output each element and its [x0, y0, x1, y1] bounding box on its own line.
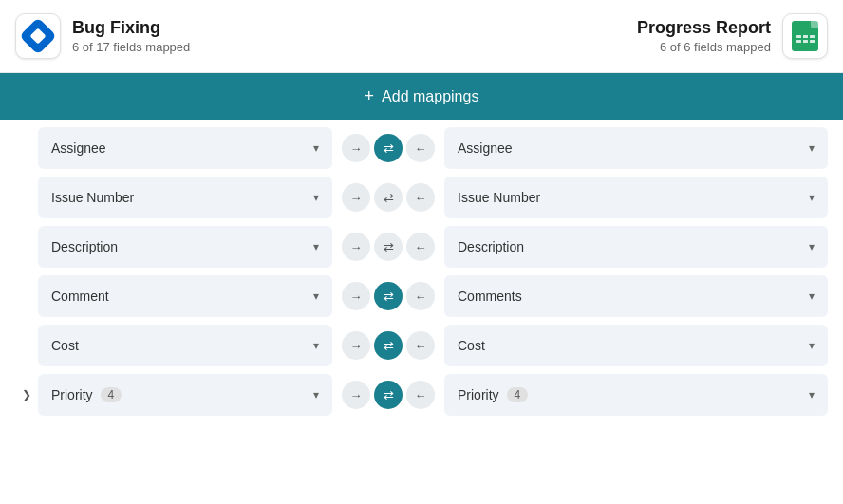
mapping-row: Description▾→⇄←Description▾ [15, 226, 828, 268]
left-field-select[interactable]: Issue Number▾ [38, 177, 332, 218]
arrow-controls: →⇄← [332, 381, 444, 409]
right-field-select[interactable]: Priority4▾ [444, 374, 828, 416]
arrow-right-button[interactable]: ← [406, 233, 435, 261]
arrow-right-button[interactable]: ← [406, 134, 435, 162]
arrow-controls: →⇄← [332, 282, 444, 310]
destination-app-icon [782, 13, 828, 59]
add-mappings-button[interactable]: + Add mappings [365, 86, 479, 106]
arrow-both-button[interactable]: ⇄ [374, 183, 403, 212]
chevron-down-icon: ▾ [313, 339, 319, 352]
left-field-select[interactable]: Comment▾ [38, 275, 332, 317]
arrow-both-button[interactable]: ⇄ [374, 381, 403, 409]
arrow-both-button[interactable]: ⇄ [374, 282, 403, 310]
arrow-controls: →⇄← [332, 233, 444, 261]
chevron-down-icon: ▾ [313, 388, 319, 401]
mapping-row: ❯Priority4▾→⇄←Priority4▾ [15, 374, 828, 416]
arrow-both-button[interactable]: ⇄ [374, 233, 403, 261]
right-field-label: Comments [458, 289, 522, 304]
source-subtitle: 6 of 17 fields mapped [72, 40, 190, 54]
plus-icon: + [365, 86, 375, 106]
source-info: Bug Fixing 6 of 17 fields mapped [72, 18, 190, 54]
add-mappings-bar: + Add mappings [0, 73, 843, 120]
right-field-label: Cost [458, 338, 485, 353]
left-field-select[interactable]: Cost▾ [38, 325, 332, 366]
right-field-label: Issue Number [458, 190, 540, 205]
jira-logo [19, 17, 57, 55]
left-field-label: Description [51, 239, 118, 254]
right-field-label: Priority4 [458, 387, 528, 402]
right-field-label: Assignee [458, 140, 513, 156]
chevron-down-icon: ▾ [809, 191, 815, 204]
arrow-right-button[interactable]: ← [406, 331, 435, 360]
header-left: Bug Fixing 6 of 17 fields mapped [15, 13, 190, 59]
field-badge: 4 [101, 387, 122, 402]
arrow-right-button[interactable]: ← [406, 183, 435, 212]
field-badge: 4 [507, 387, 529, 402]
left-field-select[interactable]: Description▾ [38, 226, 332, 268]
right-field-select[interactable]: Cost▾ [444, 325, 828, 366]
header: Bug Fixing 6 of 17 fields mapped Progres… [0, 0, 843, 73]
left-field-label: Issue Number [51, 190, 134, 205]
source-title: Bug Fixing [72, 18, 190, 38]
chevron-down-icon: ▾ [313, 141, 319, 155]
chevron-down-icon: ▾ [313, 289, 319, 303]
chevron-down-icon: ▾ [809, 339, 815, 352]
right-field-select[interactable]: Assignee▾ [444, 127, 828, 169]
arrow-left-button[interactable]: → [342, 381, 370, 409]
right-field-select[interactable]: Description▾ [444, 226, 828, 268]
destination-subtitle: 6 of 6 fields mapped [637, 40, 771, 54]
sheets-cell [796, 35, 801, 38]
sheets-cell [810, 40, 815, 43]
mapping-row: Comment▾→⇄←Comments▾ [15, 275, 828, 317]
arrow-left-button[interactable]: → [342, 282, 370, 310]
destination-info: Progress Report 6 of 6 fields mapped [637, 18, 771, 54]
header-right: Progress Report 6 of 6 fields mapped [637, 13, 828, 59]
arrow-controls: →⇄← [332, 134, 444, 162]
row-expander[interactable]: ❯ [15, 388, 38, 401]
sheets-cell [803, 35, 808, 38]
sheets-cell [803, 40, 808, 43]
chevron-down-icon: ▾ [809, 141, 815, 155]
sheets-cell [796, 40, 801, 43]
arrow-left-button[interactable]: → [342, 134, 370, 162]
destination-title: Progress Report [637, 18, 771, 38]
right-field-label: Description [458, 239, 524, 254]
chevron-down-icon: ▾ [313, 191, 319, 204]
arrow-left-button[interactable]: → [342, 331, 370, 360]
right-field-select[interactable]: Issue Number▾ [444, 177, 828, 218]
arrow-both-button[interactable]: ⇄ [374, 331, 403, 360]
right-field-select[interactable]: Comments▾ [444, 275, 828, 317]
arrow-left-button[interactable]: → [342, 233, 370, 261]
chevron-down-icon: ▾ [809, 388, 815, 401]
left-field-label: Comment [51, 289, 109, 304]
source-app-icon [15, 13, 61, 59]
left-field-label: Assignee [51, 140, 106, 156]
arrow-right-button[interactable]: ← [406, 282, 435, 310]
left-field-label: Priority4 [51, 387, 122, 402]
left-field-label: Cost [51, 338, 79, 353]
mapping-row: Issue Number▾→⇄←Issue Number▾ [15, 177, 828, 218]
left-field-select[interactable]: Assignee▾ [38, 127, 332, 169]
sheets-grid [796, 35, 815, 43]
app-container: Bug Fixing 6 of 17 fields mapped Progres… [0, 0, 843, 431]
mapping-row: Assignee▾→⇄←Assignee▾ [15, 127, 828, 169]
left-field-select[interactable]: Priority4▾ [38, 374, 332, 416]
mappings-container: Assignee▾→⇄←Assignee▾Issue Number▾→⇄←Iss… [0, 120, 843, 431]
arrow-controls: →⇄← [332, 331, 444, 360]
jira-logo-inner [30, 28, 47, 45]
sheets-logo [792, 21, 818, 51]
chevron-down-icon: ▾ [809, 289, 815, 303]
arrow-controls: →⇄← [332, 183, 444, 212]
chevron-down-icon: ▾ [313, 240, 319, 253]
arrow-left-button[interactable]: → [342, 183, 370, 212]
mapping-row: Cost▾→⇄←Cost▾ [15, 325, 828, 366]
chevron-down-icon: ▾ [809, 240, 815, 253]
sheets-cell [810, 35, 815, 38]
add-mappings-label: Add mappings [382, 88, 478, 105]
arrow-both-button[interactable]: ⇄ [374, 134, 403, 162]
arrow-right-button[interactable]: ← [406, 381, 435, 409]
